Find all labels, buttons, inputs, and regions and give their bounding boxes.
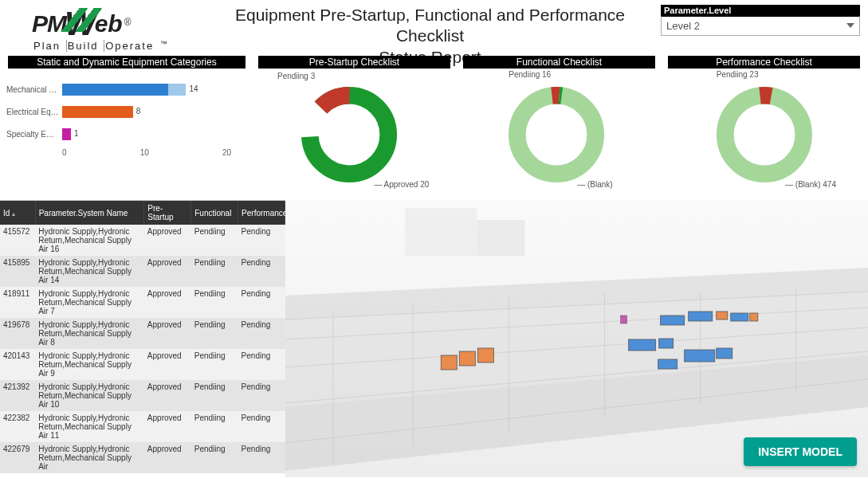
svg-rect-25 bbox=[459, 351, 475, 366]
svg-rect-33 bbox=[717, 348, 732, 359]
col-prestartup[interactable]: Pre-Startup bbox=[144, 201, 191, 225]
svg-rect-26 bbox=[477, 348, 493, 363]
svg-rect-37 bbox=[658, 359, 678, 369]
svg-rect-29 bbox=[689, 312, 713, 321]
logo-pm: PM bbox=[32, 10, 66, 37]
table-row[interactable]: 418911Hydronic Supply,Hydronic Return,Me… bbox=[0, 287, 285, 318]
col-system[interactable]: Parameter.System Name bbox=[35, 201, 144, 225]
table-row[interactable]: 422382Hydronic Supply,Hydronic Return,Me… bbox=[0, 411, 285, 442]
model-viewer-3d[interactable]: INSERT MODEL bbox=[285, 200, 868, 477]
heading-prestartup: Pre-Startup Checklist bbox=[258, 56, 450, 69]
equipment-table[interactable]: Id Parameter.System Name Pre-Startup Fun… bbox=[0, 200, 285, 477]
svg-point-2 bbox=[517, 95, 595, 173]
svg-rect-24 bbox=[441, 355, 457, 370]
table-row[interactable]: 420143Hydronic Supply,Hydronic Return,Me… bbox=[0, 349, 285, 380]
parameter-label: Parameter.Level bbox=[661, 5, 860, 16]
bar-row[interactable]: Specialty E…1 bbox=[6, 124, 239, 143]
svg-rect-27 bbox=[621, 316, 627, 323]
table-row[interactable]: 415895Hydronic Supply,Hydronic Return,Me… bbox=[0, 256, 285, 287]
col-performance[interactable]: Performance bbox=[238, 201, 285, 225]
svg-rect-28 bbox=[661, 316, 685, 325]
logo-eb: eb bbox=[95, 10, 123, 37]
svg-marker-11 bbox=[405, 208, 477, 256]
parameter-level-select[interactable]: Level 2 bbox=[661, 16, 860, 36]
insert-model-button[interactable]: INSERT MODEL bbox=[744, 437, 857, 466]
donut-performance[interactable]: Pendiing 23 — (Blank) 474 bbox=[661, 69, 868, 200]
svg-rect-34 bbox=[717, 312, 728, 319]
registered-icon: ® bbox=[124, 17, 132, 28]
bar-row[interactable]: Mechanical …14 bbox=[6, 80, 239, 99]
svg-rect-36 bbox=[750, 313, 758, 321]
table-row[interactable]: 419678Hydronic Supply,Hydronic Return,Me… bbox=[0, 318, 285, 349]
col-id[interactable]: Id bbox=[0, 201, 35, 225]
table-row[interactable]: 415572Hydronic Supply,Hydronic Return,Me… bbox=[0, 225, 285, 256]
heading-performance: Performance Checklist bbox=[668, 56, 860, 69]
table-row[interactable]: 422679Hydronic Supply,Hydronic Return,Me… bbox=[0, 442, 285, 473]
heading-categories: Static and Dynamic Equipment Categories bbox=[8, 56, 245, 69]
logo: PM W eb ® Plan Build Operate ™ bbox=[8, 5, 199, 52]
heading-functional: Functional Checklist bbox=[463, 56, 655, 69]
donut-functional[interactable]: Pendiing 16 — (Blank) bbox=[453, 69, 660, 200]
svg-rect-35 bbox=[731, 313, 748, 321]
donut-prestartup[interactable]: Pendiing 3 — Approved 20 bbox=[245, 69, 453, 200]
bar-row[interactable]: Electrical Eq…8 bbox=[6, 102, 239, 121]
logo-w: W bbox=[65, 5, 96, 43]
bar-chart-categories[interactable]: Mechanical …14Electrical Eq…8Specialty E… bbox=[0, 69, 245, 200]
svg-point-5 bbox=[725, 95, 803, 173]
svg-rect-31 bbox=[659, 339, 674, 348]
svg-marker-12 bbox=[477, 220, 524, 256]
svg-rect-30 bbox=[629, 339, 656, 351]
svg-rect-32 bbox=[685, 350, 715, 362]
col-functional[interactable]: Functional bbox=[191, 201, 238, 225]
table-row[interactable]: 421392Hydronic Supply,Hydronic Return,Me… bbox=[0, 380, 285, 411]
